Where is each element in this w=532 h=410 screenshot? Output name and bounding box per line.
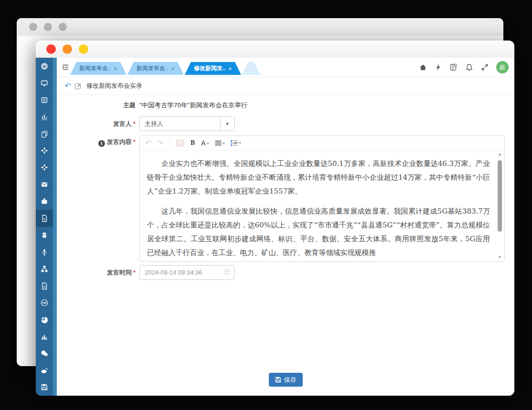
maximize-window-button[interactable]	[79, 44, 88, 54]
modules-icon	[41, 147, 48, 154]
tab-label: 新闻发布会..	[136, 64, 168, 72]
chevron-circle-down-icon	[41, 62, 48, 70]
sidebar-item-ad[interactable]: AD	[36, 294, 53, 311]
tab-label: 修改新闻发..	[194, 64, 226, 72]
toolbar-divider	[169, 139, 170, 147]
sidebar-item-audio[interactable]	[36, 244, 53, 260]
sidebar-strip	[53, 58, 57, 396]
mail-download-icon	[41, 197, 48, 205]
back-arrow-icon[interactable]: ↶	[62, 81, 74, 91]
sidebar-item-news[interactable]	[36, 92, 53, 108]
main-panel: 新闻发布会..× 新闻发布会..× 修改新闻发..× 超 ↶ 修改新闻发布	[57, 58, 514, 396]
weibo-icon	[41, 367, 48, 374]
info-icon: i	[98, 140, 105, 147]
sidebar-item-pie[interactable]	[36, 311, 53, 328]
required-mark: *	[133, 120, 136, 127]
sidebar-item-modules-2[interactable]	[36, 159, 53, 176]
fullscreen-icon[interactable]	[481, 63, 489, 71]
breadcrumb: ↶ 修改新闻发布会实录	[57, 77, 514, 95]
align-button[interactable]: ▾	[215, 141, 225, 145]
font-color-button[interactable]: A▾	[201, 139, 209, 147]
mail-icon	[41, 181, 48, 188]
minimize-window-button[interactable]	[63, 44, 72, 54]
microphone-icon	[41, 248, 48, 256]
close-window-button[interactable]	[46, 44, 56, 54]
avatar[interactable]: 超	[496, 61, 509, 73]
window-titlebar	[36, 41, 514, 58]
speaker-select-value: 主持人	[140, 120, 220, 128]
chevron-down-icon[interactable]: ▼	[220, 117, 234, 131]
paragraph: 这几年，我国信息通信业发展比较快，信息通信业高质量发展成效显著。我国累计建成5G…	[147, 205, 490, 260]
sidebar-item-copy[interactable]	[36, 125, 53, 142]
editor-text[interactable]: 企业实力也不断增强。全国规模以上工业企业数量达50.1万多家，高新技术企业数量达…	[147, 151, 490, 260]
time-label: 发言时间*	[57, 268, 136, 277]
topic-label: 主题	[57, 101, 136, 110]
monitor-icon	[41, 79, 48, 87]
sidebar-item-wechat[interactable]	[36, 345, 53, 362]
rich-text-editor: ↶ ↷ B A▾ ▾ ▾ 企业实力也不断增强。全国规模以上工业企业数量达50.1…	[139, 135, 505, 262]
time-input[interactable]: 2024-09-14 09:34:36	[139, 265, 235, 280]
sidebar-item-stats[interactable]	[36, 108, 53, 125]
insert-image-icon[interactable]	[176, 140, 184, 146]
required-mark: *	[133, 269, 136, 276]
flash-icon[interactable]	[435, 63, 442, 71]
tab-close-icon[interactable]: ×	[171, 66, 174, 72]
tab-close-icon[interactable]: ×	[229, 66, 231, 72]
sitemap-icon	[41, 265, 48, 273]
scroll-up-icon[interactable]: ▲	[496, 152, 503, 156]
save-button-label: 保存	[284, 376, 296, 384]
bell-icon[interactable]	[465, 63, 473, 72]
window-dot	[29, 23, 37, 31]
tab-close-icon[interactable]: ×	[114, 66, 117, 72]
android-icon	[41, 231, 48, 239]
editor-scrollbar[interactable]: ▲ ▼	[496, 152, 503, 259]
redo-icon[interactable]: ↷	[157, 139, 164, 147]
ad-icon: AD	[41, 299, 48, 307]
memo-icon[interactable]	[449, 63, 458, 71]
home-icon[interactable]	[419, 63, 427, 71]
tab-edit-transcript[interactable]: 修改新闻发..×	[185, 62, 241, 75]
tab-ghost	[242, 62, 260, 75]
scrollbar-thumb[interactable]	[498, 160, 502, 232]
sidebar-item-modules[interactable]	[36, 142, 53, 159]
editor-body[interactable]: 企业实力也不断增强。全国规模以上工业企业数量达50.1万多家，高新技术企业数量达…	[140, 151, 504, 261]
sidebar-item-weibo[interactable]	[36, 362, 53, 379]
sidebar-item-chart[interactable]	[36, 328, 53, 345]
sidebar-item-transcripts[interactable]	[36, 210, 53, 226]
tab-news-conference-2[interactable]: 新闻发布会..×	[127, 62, 184, 75]
modules-icon-2	[41, 164, 48, 171]
wechat-icon	[41, 349, 48, 357]
editor-toolbar: ↶ ↷ B A▾ ▾ ▾	[140, 136, 504, 151]
sidebar-item-monitor[interactable]	[36, 74, 53, 91]
sidebar-item-collapse[interactable]	[36, 58, 53, 74]
speaker-label: 发言人*	[57, 119, 136, 129]
speaker-select[interactable]: 主持人 ▼	[139, 116, 235, 131]
document-icon	[41, 215, 48, 222]
copy-icon	[41, 130, 48, 138]
sidebar-item-sitemap[interactable]	[36, 260, 53, 277]
required-mark: *	[133, 138, 136, 145]
background-window-titlebar	[17, 18, 503, 36]
sidebar-item-android[interactable]	[36, 227, 53, 244]
save-disk-icon	[41, 383, 48, 391]
form: 主题 "中国考古学70年"新闻发布会在京举行 发言人* 主持人 ▼ i发言内容*…	[57, 94, 514, 396]
bold-button[interactable]: B	[190, 139, 195, 147]
content-label: i发言内容*	[57, 137, 136, 147]
save-button[interactable]: 保存	[269, 373, 303, 387]
list-button[interactable]: ▾	[231, 140, 241, 145]
menu-fold-icon[interactable]	[60, 62, 71, 72]
sidebar-item-mail[interactable]	[36, 176, 53, 193]
file-icon	[41, 282, 48, 290]
undo-icon[interactable]: ↶	[145, 139, 151, 147]
page-title: 修改新闻发布会实录	[86, 82, 142, 90]
sidebar-item-file[interactable]	[36, 277, 53, 294]
tab-news-conference-1[interactable]: 新闻发布会..×	[70, 62, 126, 75]
window-dot	[44, 23, 52, 31]
sidebar: AD	[36, 58, 53, 396]
time-value: 2024-09-14 09:34:36	[145, 269, 202, 276]
scroll-down-icon[interactable]: ▼	[496, 255, 503, 259]
sidebar-item-mail-inbox[interactable]	[36, 193, 53, 210]
sidebar-item-save[interactable]	[36, 379, 53, 396]
window-dot	[59, 23, 67, 31]
paragraph: 企业实力也不断增强。全国规模以上工业企业数量达50.1万多家，高新技术企业数量达…	[147, 157, 490, 198]
